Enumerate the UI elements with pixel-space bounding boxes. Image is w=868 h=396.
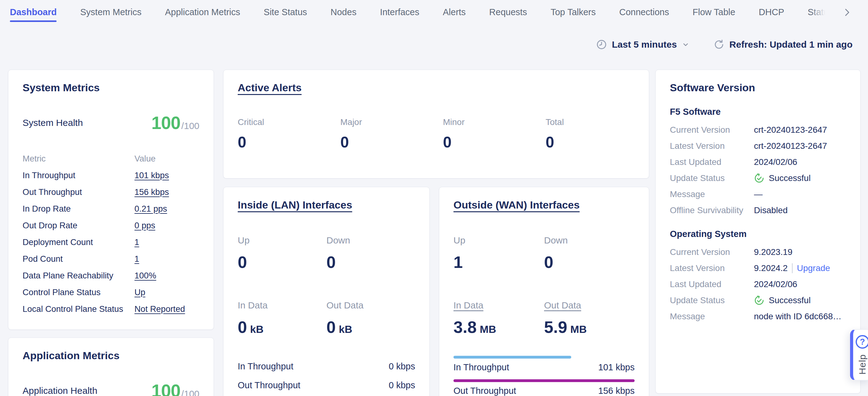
lan-up-stat: Up 0	[238, 235, 327, 272]
system-metrics-title: System Metrics	[23, 82, 99, 94]
lan-up-down-row: Up 0 Down 0	[238, 235, 415, 272]
lan-interfaces-title-link[interactable]: Inside (LAN) Interfaces	[238, 199, 352, 211]
wan-out-throughput-row: Out Throughput 156 kbps	[454, 386, 634, 396]
tab-interfaces[interactable]: Interfaces	[380, 0, 419, 24]
wan-in-data-stat: In Data 3.8 MB	[454, 300, 544, 337]
wan-interfaces-card: Outside (WAN) Interfaces Up 1 Down 0 In …	[439, 187, 649, 396]
application-metrics-card: Application Metrics Application Health 1…	[8, 338, 214, 396]
wan-up-stat: Up 1	[454, 235, 544, 272]
alert-stat-minor: Minor 0	[443, 117, 546, 151]
table-row: Local Control Plane Status Not Reported	[23, 301, 199, 317]
metric-value-link[interactable]: 101 kbps	[134, 170, 169, 180]
out-data-link[interactable]: Out Data	[544, 300, 581, 311]
row-value: 2024/02/06	[754, 279, 846, 289]
operating-system-heading: Operating System	[670, 229, 846, 239]
table-header-row: Metric Value	[23, 150, 199, 167]
out-data-unit: MB	[570, 323, 587, 335]
up-label: Up	[238, 235, 249, 246]
stat-label: Major	[340, 117, 443, 127]
tab-dashboard[interactable]: Dashboard	[10, 0, 57, 24]
sw-row: Latest Version crt-20240123-2647	[670, 138, 846, 154]
metric-value-link[interactable]: 0.21 pps	[134, 204, 167, 214]
row-label: Update Status	[670, 173, 754, 183]
metric-label: In Throughput	[23, 170, 134, 180]
system-health-label: System Health	[23, 118, 83, 128]
out-data-value: 5.9	[544, 317, 567, 337]
system-metrics-table: Metric Value In Throughput 101 kbps Out …	[23, 150, 199, 317]
out-throughput-value: 156 kbps	[598, 386, 634, 396]
system-health-denominator: /100	[182, 121, 199, 131]
tab-flow-table[interactable]: Flow Table	[693, 0, 735, 24]
sw-row-update-status: Update Status Successful	[670, 292, 846, 308]
table-row: Control Plane Status Up	[23, 284, 199, 301]
metric-label: Deployment Count	[23, 237, 134, 247]
tab-status-objects[interactable]: Status Ob	[808, 0, 831, 24]
metric-value-link[interactable]: Up	[134, 287, 145, 297]
application-metrics-title: Application Metrics	[23, 349, 120, 362]
in-data-unit: MB	[480, 323, 496, 335]
tab-top-talkers[interactable]: Top Talkers	[551, 0, 596, 24]
lan-in-data-stat: In Data 0 kB	[238, 300, 327, 337]
application-health-score: 100 /100	[152, 380, 199, 396]
alerts-stats-row: Critical 0 Major 0 Minor 0 Total 0	[238, 117, 634, 151]
upgrade-link[interactable]: Upgrade	[797, 263, 830, 273]
application-health-label: Application Health	[23, 386, 97, 396]
time-range-selector[interactable]: Last 5 minutes	[596, 39, 689, 50]
stat-value: 0	[443, 133, 546, 151]
sw-row: Message —	[670, 186, 846, 202]
tab-alerts[interactable]: Alerts	[443, 0, 466, 24]
nav-scroll-right-button[interactable]	[839, 5, 855, 20]
metric-value-link[interactable]: 156 kbps	[134, 187, 169, 197]
sw-row-latest-version: Latest Version 9.2024.2 Upgrade	[670, 260, 846, 276]
tab-system-metrics[interactable]: System Metrics	[80, 0, 141, 24]
table-row: Out Drop Rate 0 pps	[23, 217, 199, 234]
metric-value-link[interactable]: Not Reported	[134, 304, 185, 314]
metric-value-link[interactable]: 1	[134, 237, 139, 247]
metric-label: Out Drop Rate	[23, 221, 134, 230]
metric-value-link[interactable]: 100%	[134, 271, 156, 280]
system-health-row: System Health 100 /100	[23, 112, 199, 133]
application-health-denominator: /100	[182, 389, 199, 396]
system-health-score: 100 /100	[152, 112, 199, 133]
software-version-title: Software Version	[670, 82, 755, 94]
row-label: Offline Survivability	[670, 205, 754, 215]
up-value: 0	[238, 252, 327, 272]
tab-connections[interactable]: Connections	[619, 0, 669, 24]
metric-value-link[interactable]: 0 pps	[134, 221, 155, 230]
success-icon	[754, 295, 765, 306]
row-value: Successful	[769, 173, 810, 183]
stat-label: Total	[546, 117, 648, 127]
tab-dhcp[interactable]: DHCP	[759, 0, 784, 24]
table-row: Out Throughput 156 kbps	[23, 184, 199, 200]
metric-label: Local Control Plane Status	[23, 304, 134, 314]
wan-out-data-stat: Out Data 5.9 MB	[544, 300, 634, 337]
row-label: Last Updated	[670, 279, 754, 289]
row-value: Disabled	[754, 205, 846, 215]
lan-down-stat: Down 0	[327, 235, 415, 272]
in-throughput-value: 0 kbps	[389, 361, 415, 372]
table-row: In Drop Rate 0.21 pps	[23, 200, 199, 217]
row-value: 9.2023.19	[754, 247, 846, 257]
down-value: 0	[327, 252, 415, 272]
tab-requests[interactable]: Requests	[489, 0, 527, 24]
tab-application-metrics[interactable]: Application Metrics	[165, 0, 240, 24]
help-label: Help	[857, 354, 868, 375]
active-alerts-title-link[interactable]: Active Alerts	[238, 82, 302, 94]
row-label: Current Version	[670, 247, 754, 257]
wan-interfaces-title-link[interactable]: Outside (WAN) Interfaces	[454, 199, 580, 211]
row-label: Latest Version	[670, 263, 754, 273]
help-tab[interactable]: ? Help	[850, 329, 868, 380]
sw-row: Current Version 9.2023.19	[670, 244, 846, 260]
in-data-link[interactable]: In Data	[454, 300, 484, 311]
col-header-metric: Metric	[23, 154, 134, 164]
metric-label: Control Plane Status	[23, 287, 134, 297]
tab-site-status[interactable]: Site Status	[264, 0, 307, 24]
metric-value-link[interactable]: 1	[134, 254, 139, 263]
out-data-value: 0	[327, 317, 336, 337]
stat-label: Minor	[443, 117, 546, 127]
operating-system-rows: Current Version 9.2023.19 Latest Version…	[670, 244, 846, 324]
refresh-control[interactable]: Refresh: Updated 1 min ago	[713, 39, 852, 50]
row-label: Message	[670, 189, 754, 199]
tab-nodes[interactable]: Nodes	[331, 0, 356, 24]
row-label: Update Status	[670, 295, 754, 305]
